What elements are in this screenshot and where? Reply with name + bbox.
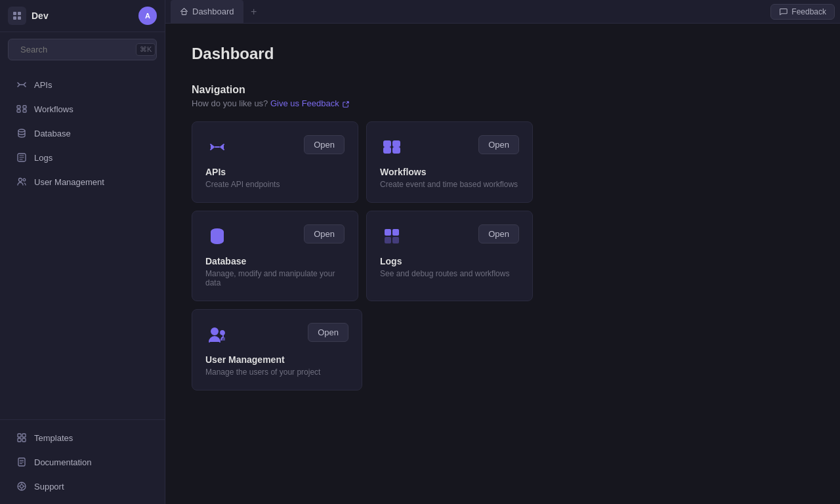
logs-card-title: Logs — [380, 256, 519, 266]
main-content: Dashboard + Feedback Dashboard Navigatio… — [165, 0, 840, 504]
sidebar-item-templates-label: Templates — [34, 433, 73, 443]
sidebar-item-user-management-label: User Management — [34, 177, 104, 187]
card-workflows: Open Workflows Create event and time bas… — [366, 121, 533, 203]
workflows-icon — [16, 103, 28, 115]
nav-items: APIs Workflows Da — [0, 67, 165, 419]
tab-bar: Dashboard + Feedback — [165, 0, 840, 24]
apis-card-icon — [205, 135, 229, 159]
sidebar-item-documentation[interactable]: Documentation — [5, 450, 159, 474]
search-bar[interactable]: ⌘K — [8, 39, 157, 60]
database-open-button[interactable]: Open — [304, 224, 345, 243]
tab-dashboard-label: Dashboard — [192, 7, 234, 16]
svg-rect-3 — [18, 16, 21, 20]
workflows-card-desc: Create event and time based workflows — [380, 180, 519, 189]
project-name: Dev — [32, 10, 49, 21]
database-card-desc: Manage, modify and manipulate your data — [205, 269, 345, 287]
feedback-label: Feedback — [791, 7, 826, 16]
sidebar-item-documentation-label: Documentation — [34, 457, 91, 467]
sidebar-item-user-management[interactable]: User Management — [5, 170, 159, 194]
svg-rect-19 — [22, 434, 26, 437]
svg-rect-41 — [385, 237, 391, 243]
svg-rect-37 — [393, 148, 400, 153]
svg-point-17 — [23, 178, 26, 181]
tab-dashboard[interactable]: Dashboard — [171, 0, 243, 23]
user-management-open-button[interactable]: Open — [308, 323, 348, 342]
card-database: Open Database Manage, modify and manipul… — [192, 211, 358, 301]
svg-rect-34 — [384, 141, 390, 146]
card-user-management-top: Open — [205, 323, 348, 346]
svg-rect-0 — [13, 12, 16, 15]
sidebar-item-workflows[interactable]: Workflows — [5, 97, 159, 121]
card-workflows-top: Open — [380, 135, 519, 159]
svg-point-44 — [220, 331, 224, 335]
avatar[interactable]: A — [138, 7, 157, 25]
documentation-icon — [16, 456, 28, 468]
home-icon — [180, 7, 188, 16]
svg-rect-18 — [18, 434, 21, 437]
card-database-top: Open — [205, 224, 345, 248]
logs-card-desc: See and debug routes and workflows — [380, 269, 519, 278]
sidebar-item-templates[interactable]: Templates — [5, 426, 159, 450]
svg-rect-8 — [23, 106, 26, 108]
support-icon — [16, 480, 28, 492]
svg-rect-10 — [23, 110, 26, 112]
apis-open-button[interactable]: Open — [304, 135, 345, 154]
navigation-section: Navigation How do you like us? Give us F… — [192, 84, 814, 390]
workflows-card-title: Workflows — [380, 167, 519, 177]
database-card-title: Database — [205, 256, 345, 266]
svg-point-43 — [211, 328, 218, 335]
svg-rect-7 — [17, 106, 20, 108]
svg-rect-20 — [18, 438, 21, 442]
apis-card-desc: Create API endpoints — [205, 180, 345, 189]
card-logs: Open Logs See and debug routes and workf… — [366, 211, 533, 301]
apis-card-title: APIs — [205, 167, 345, 177]
sidebar-item-logs-label: Logs — [34, 153, 52, 163]
sidebar: Dev A ⌘K APIs — [0, 0, 165, 504]
svg-rect-42 — [392, 237, 399, 243]
search-input[interactable] — [20, 45, 131, 54]
section-title: Navigation — [192, 84, 814, 96]
cards-grid: Open APIs Create API endpoints — [192, 121, 533, 301]
database-icon — [16, 127, 28, 139]
apis-icon — [16, 79, 28, 91]
chat-icon — [779, 7, 788, 16]
tab-add-button[interactable]: + — [245, 3, 263, 21]
user-management-card-title: User Management — [205, 354, 348, 365]
svg-rect-39 — [385, 229, 391, 236]
sidebar-item-logs[interactable]: Logs — [5, 146, 159, 169]
section-subtitle: How do you like us? Give us Feedback — [192, 98, 814, 108]
project-info[interactable]: Dev — [8, 7, 49, 25]
sidebar-header: Dev A — [0, 0, 165, 32]
svg-rect-9 — [17, 110, 20, 112]
sidebar-item-support[interactable]: Support — [5, 474, 159, 498]
search-shortcut: ⌘K — [136, 43, 156, 56]
sidebar-item-database[interactable]: Database — [5, 121, 159, 145]
svg-point-16 — [19, 178, 22, 182]
sidebar-item-support-label: Support — [34, 482, 64, 492]
card-apis-top: Open — [205, 135, 345, 159]
workflows-open-button[interactable]: Open — [478, 135, 519, 154]
sidebar-item-apis[interactable]: APIs — [5, 73, 159, 96]
templates-icon — [16, 432, 28, 444]
feedback-button[interactable]: Feedback — [770, 4, 835, 20]
logs-open-button[interactable]: Open — [478, 224, 519, 243]
user-management-card-desc: Manage the users of your project — [205, 368, 348, 377]
card-apis: Open APIs Create API endpoints — [192, 121, 358, 203]
card-logs-top: Open — [380, 224, 519, 248]
card-user-management: Open User Management Manage the users of… — [192, 309, 362, 390]
sidebar-bottom: Templates Documentation — [0, 419, 165, 504]
sidebar-item-apis-label: APIs — [34, 80, 52, 90]
sidebar-item-database-label: Database — [34, 129, 71, 138]
svg-rect-2 — [13, 16, 16, 20]
database-card-icon — [205, 224, 229, 248]
section-subtitle-text: How do you like us? — [192, 98, 268, 108]
svg-rect-21 — [22, 438, 26, 442]
sidebar-item-workflows-label: Workflows — [34, 104, 74, 114]
svg-rect-1 — [18, 12, 21, 15]
workflows-card-icon — [380, 135, 404, 159]
user-management-card-icon — [205, 323, 229, 346]
feedback-link[interactable]: Give us Feedback — [270, 98, 339, 108]
project-icon — [8, 7, 26, 25]
external-link-icon — [343, 101, 349, 108]
page-title: Dashboard — [192, 45, 814, 63]
